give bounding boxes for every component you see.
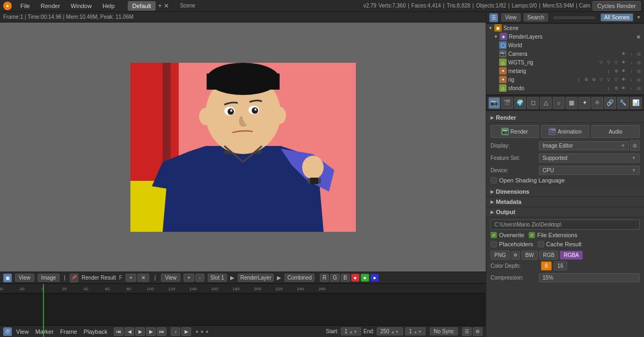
menu-file[interactable]: File — [18, 2, 32, 10]
wgts-i5[interactable]: ↓ — [628, 59, 634, 65]
prev-frame-btn[interactable]: ◀ — [125, 327, 134, 336]
depth-8-btn[interactable]: 8 — [541, 261, 552, 270]
outliner-item-sfondo[interactable]: △ sfondo | ⚙ 👁 ↓ ◎ — [486, 84, 644, 92]
zoom-out[interactable]: - — [195, 274, 204, 282]
prop-world-btn[interactable]: 🌍 — [514, 97, 526, 109]
channel-blue-active[interactable]: ● — [370, 274, 379, 282]
placeholders-checkbox[interactable] — [491, 241, 497, 247]
timeline-view[interactable]: View — [14, 327, 31, 336]
render-panel-header[interactable]: Render — [486, 113, 644, 123]
workspace-add[interactable]: + — [158, 2, 162, 10]
cam-icon1[interactable]: 👁 — [620, 50, 627, 57]
workspace-default[interactable]: Default — [128, 1, 156, 11]
renderlayer-selector[interactable]: RenderLayer — [238, 274, 274, 282]
mr-i2[interactable]: ⚙ — [613, 68, 619, 74]
outliner-item-renderlayers[interactable]: ▼ ◈ RenderLayers ▣ — [486, 32, 644, 41]
rl-expand[interactable]: ▼ — [494, 34, 498, 39]
menu-help[interactable]: Help — [100, 2, 117, 10]
output-path[interactable]: C:\Users\Mario Zio\Desktop\ — [491, 219, 640, 230]
wgts-i4[interactable]: 👁 — [620, 59, 627, 65]
play-scene-btn[interactable]: ▶ — [181, 327, 191, 336]
bw-btn[interactable]: BW — [522, 251, 538, 260]
prop-camera-btn[interactable]: 📷 — [488, 97, 500, 109]
cache-result-checkbox[interactable] — [538, 241, 544, 247]
end-value[interactable]: 250 ▲▼ — [377, 327, 403, 335]
sf-i4[interactable]: ↓ — [628, 85, 634, 91]
channel-b[interactable]: B — [341, 274, 350, 282]
rl-icon1[interactable]: ▣ — [635, 33, 642, 40]
wgts-i1[interactable]: ▽ — [598, 59, 604, 65]
workspace-close[interactable]: ✕ — [164, 2, 169, 10]
next-frame-btn[interactable]: ▶ — [146, 327, 156, 336]
play-btn[interactable]: ▶ — [135, 327, 145, 336]
device-value[interactable]: CPU ▼ — [539, 166, 640, 175]
img-x-btn[interactable]: ✕ — [137, 274, 149, 282]
img-pin-btn[interactable]: 📌 — [70, 274, 78, 282]
channel-r[interactable]: R — [320, 274, 329, 282]
outliner-search-input[interactable] — [553, 17, 595, 19]
prop-data-btn[interactable]: 📊 — [630, 97, 642, 109]
rig-i4[interactable]: ▽ — [598, 76, 604, 83]
scene-expand[interactable]: ▼ — [488, 26, 493, 31]
outliner-view-btn[interactable]: View — [501, 13, 521, 21]
sf-i5[interactable]: ◎ — [635, 85, 642, 91]
rig-i6[interactable]: ▽ — [613, 76, 619, 83]
outliner-item-wgts[interactable]: △ WGTS_rig ▽ ▽ ▽ 👁 ↓ ◎ — [486, 58, 644, 67]
rig-i2[interactable]: ⚙ — [583, 76, 589, 83]
rig-i3[interactable]: ⚙ — [590, 76, 597, 83]
timeline-playback[interactable]: Playback — [82, 327, 110, 336]
wgts-i3[interactable]: ▽ — [613, 59, 619, 65]
prop-material-btn[interactable]: ○ — [553, 97, 565, 109]
dimensions-panel-header[interactable]: Dimensions — [486, 187, 644, 197]
outliner-item-rig[interactable]: ✦ rig | ⚙ ⚙ ▽ ▽ ▽ 👁 ↓ ◎ — [486, 75, 644, 84]
sf-i2[interactable]: ⚙ — [613, 85, 619, 91]
rig-i8[interactable]: ↓ — [628, 76, 634, 83]
outliner-item-metarig[interactable]: ✦ metarig | ⚙ 👁 ↓ ◎ — [486, 67, 644, 75]
osl-checkbox[interactable] — [491, 177, 497, 184]
prop-mesh-btn[interactable]: △ — [540, 97, 552, 109]
metadata-panel-header[interactable]: Metadata — [486, 197, 644, 207]
depth-16-btn[interactable]: 16 — [554, 261, 567, 270]
outliner-item-camera[interactable]: 📷 Camera 👁 ↓ ◎ — [486, 49, 644, 58]
img-image-btn[interactable]: Image — [38, 274, 60, 282]
mr-i3[interactable]: 👁 — [620, 68, 627, 74]
channel-green-active[interactable]: ● — [361, 274, 369, 282]
combined-selector[interactable]: Combined — [284, 274, 314, 282]
channel-red-active[interactable]: ● — [351, 274, 360, 282]
channel-g[interactable]: G — [330, 274, 340, 282]
timeline-frame[interactable]: Frame — [58, 327, 79, 336]
view-btn2[interactable]: View — [161, 274, 180, 282]
img-view-btn[interactable]: View — [15, 274, 34, 282]
no-sync-btn[interactable]: No Sync — [430, 327, 458, 335]
display-value[interactable]: Image Editor ▼ — [539, 141, 629, 150]
prop-modifiers-btn[interactable]: 🔧 — [617, 97, 629, 109]
current-frame[interactable]: 1 ▲▼ — [405, 327, 426, 335]
compression-value[interactable]: 15% — [539, 273, 640, 282]
menu-render[interactable]: Render — [39, 2, 62, 10]
render-btn[interactable]: 📷 Render — [491, 125, 539, 138]
rig-i9[interactable]: ◎ — [635, 76, 642, 83]
file-ext-checkbox[interactable]: ✓ — [529, 232, 535, 238]
prop-object-btn[interactable]: ◻ — [527, 97, 539, 109]
cam-icon2[interactable]: ↓ — [628, 50, 634, 57]
animation-btn[interactable]: 🎬 Animation — [541, 125, 589, 138]
right-panel-body[interactable]: ▼ ▣ Scene ▼ ◈ RenderLayers ▣ ◯ World — [486, 24, 644, 337]
menu-window[interactable]: Window — [69, 2, 94, 10]
jump-end-btn[interactable]: ⏭ — [157, 327, 166, 336]
rgb-btn[interactable]: RGB — [539, 251, 559, 260]
play-audio-btn[interactable]: ♪ — [171, 327, 180, 336]
rig-i5[interactable]: ▽ — [605, 76, 612, 83]
engine-selector[interactable]: Cycles Render — [592, 1, 641, 11]
zoom-in[interactable]: + — [184, 274, 194, 282]
cam-icon3[interactable]: ◎ — [635, 50, 642, 57]
output-panel-header[interactable]: Output — [486, 207, 644, 217]
rgba-btn[interactable]: RGBA — [560, 251, 582, 260]
mr-i4[interactable]: ↓ — [628, 68, 634, 74]
prop-constraints-btn[interactable]: 🔗 — [604, 97, 616, 109]
render-canvas[interactable] — [0, 23, 486, 272]
prop-texture-btn[interactable]: ▦ — [566, 97, 577, 109]
timeline-body[interactable]: -40 -20 0 20 40 60 80 100 120 140 160 18… — [0, 284, 486, 337]
mr-i1[interactable]: | — [605, 68, 612, 74]
outliner-item-world[interactable]: ◯ World — [486, 41, 644, 49]
tl-btn1[interactable]: ☰ — [462, 327, 472, 336]
